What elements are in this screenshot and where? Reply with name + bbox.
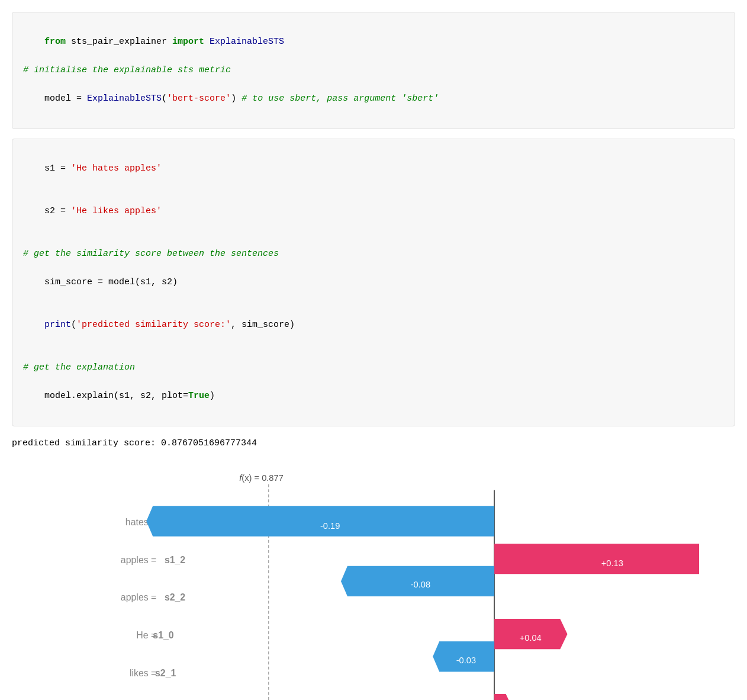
- code-line-simscore: sim_score = model(s1, s2): [23, 261, 724, 304]
- svg-text:s2_2: s2_2: [165, 592, 185, 602]
- fx-label: f(x) = 0.877: [239, 473, 284, 483]
- string-bert-score: 'bert-score': [167, 94, 231, 104]
- code-comment-3: # get the explanation: [23, 361, 724, 375]
- chart-container: .chart-label { font-family: Arial, sans-…: [48, 463, 699, 700]
- bar-row-6: He = s2_0 +0.01: [136, 694, 547, 700]
- bar-label-3: apples =: [121, 592, 156, 602]
- output-text: predicted similarity score: 0.8767051696…: [12, 436, 735, 451]
- bar-value-4: +0.04: [520, 633, 542, 643]
- keyword-import: import: [172, 37, 204, 47]
- code-comment-1: # initialise the explainable sts metric: [23, 63, 724, 78]
- waterfall-chart: .chart-label { font-family: Arial, sans-…: [48, 463, 699, 700]
- code-line-blank2: [23, 346, 724, 361]
- bar-label-5: likes =: [130, 668, 156, 678]
- svg-text:s2_1: s2_1: [155, 668, 176, 678]
- bar-label-2: apples =: [121, 555, 156, 565]
- bar-row-1: hates = s1_1 -0.19: [125, 506, 494, 536]
- code-line-s1: s1 = 'He hates apples': [23, 147, 724, 190]
- svg-text:s1_2: s1_2: [165, 555, 185, 565]
- code-line-print: print('predicted similarity score:', sim…: [23, 304, 724, 346]
- bar-value-3: -0.08: [411, 580, 430, 589]
- code-comment-inline-1: # to use sbert, pass argument 'sbert': [242, 94, 439, 104]
- fn-print: print: [44, 320, 71, 330]
- bar-value-5: -0.03: [456, 656, 476, 665]
- bar-value-1: -0.19: [320, 521, 340, 531]
- string-s2: 'He likes apples': [71, 206, 162, 216]
- bar-shape-6: [494, 694, 513, 700]
- code-line-s2: s2 = 'He likes apples': [23, 190, 724, 233]
- code-line-3: model = ExplainableSTS('bert-score') # t…: [23, 78, 724, 120]
- bar-row-4: He = s1_0 +0.04: [136, 619, 567, 649]
- bar-row-3: apples = s2_2 -0.08: [121, 566, 494, 603]
- svg-text:s1_0: s1_0: [153, 630, 173, 640]
- bar-shape-2: [494, 544, 699, 574]
- code-line-explain: model.explain(s1, s2, plot=True): [23, 375, 724, 418]
- class-explainablests: ExplainableSTS: [204, 37, 284, 47]
- string-s1: 'He hates apples': [71, 163, 162, 174]
- keyword-from: from: [44, 37, 66, 47]
- keyword-true: True: [188, 391, 210, 401]
- bar-row-5: likes = s2_1 -0.03: [130, 641, 494, 678]
- string-print-label: 'predicted similarity score:': [76, 320, 231, 330]
- class-name-explainablests: ExplainableSTS: [87, 94, 162, 104]
- code-line-1: from sts_pair_explainer import Explainab…: [23, 21, 724, 63]
- bar-value-2: +0.13: [601, 558, 623, 568]
- code-comment-2: # get the similarity score between the s…: [23, 247, 724, 261]
- code-block-1: from sts_pair_explainer import Explainab…: [12, 12, 735, 129]
- code-block-2: s1 = 'He hates apples' s2 = 'He likes ap…: [12, 139, 735, 426]
- code-line-blank1: [23, 233, 724, 247]
